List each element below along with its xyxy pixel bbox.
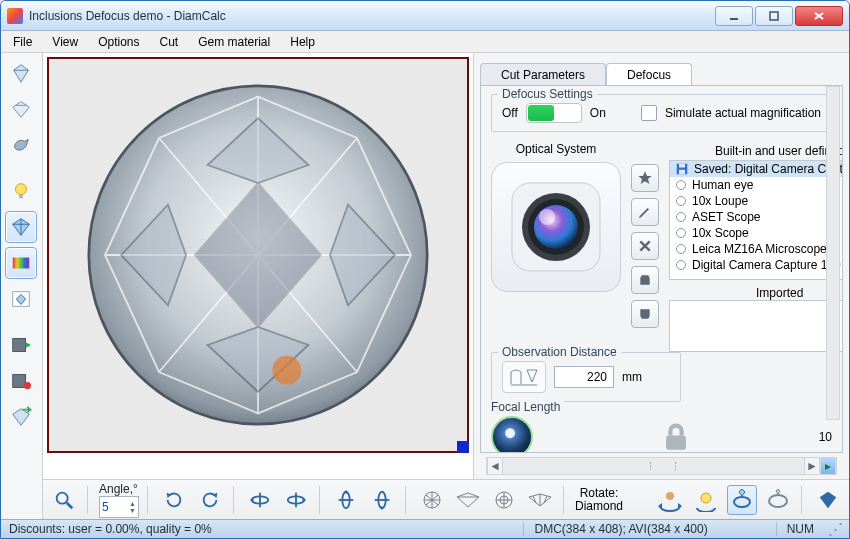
tool-diamond-photo[interactable] — [5, 283, 37, 315]
tool-diamond-export[interactable] — [5, 401, 37, 433]
svg-point-82 — [734, 497, 750, 507]
spinner-icon[interactable]: ▲▼ — [129, 500, 136, 514]
close-button[interactable] — [795, 6, 843, 26]
toolbar-separator — [563, 486, 567, 514]
scroll-alt-icon[interactable]: ▸ — [820, 458, 836, 474]
cut-pattern-4-button[interactable] — [525, 485, 555, 515]
tool-diamond-top[interactable] — [5, 57, 37, 89]
svg-marker-17 — [26, 342, 32, 348]
rotate-ccw-button[interactable] — [195, 485, 225, 515]
ring-rotate-button[interactable] — [727, 485, 757, 515]
menu-help[interactable]: Help — [282, 33, 323, 51]
import-button[interactable] — [631, 266, 659, 294]
svg-point-81 — [701, 493, 711, 503]
camera-preview — [491, 162, 621, 292]
tilt-left-button[interactable] — [245, 485, 275, 515]
angle-label: Angle,° — [99, 482, 138, 496]
resize-handle[interactable] — [457, 441, 469, 453]
on-label: On — [590, 106, 606, 120]
svg-rect-1 — [770, 12, 778, 20]
scroll-right-icon[interactable]: ► — [804, 458, 820, 474]
defocus-settings-label: Defocus Settings — [498, 87, 597, 101]
optical-system-label: Optical System — [516, 142, 597, 156]
list-item[interactable]: 10x Loupe — [670, 193, 843, 209]
menu-file[interactable]: File — [5, 33, 40, 51]
resize-grip-icon[interactable]: ⋰ — [828, 520, 841, 538]
minimize-button[interactable] — [715, 6, 753, 26]
list-item-label: Human eye — [692, 178, 753, 192]
panel-scrollbar[interactable] — [826, 86, 840, 420]
right-panel: Cut Parameters Defocus Defocus Settings … — [473, 53, 849, 479]
list-item[interactable]: 10x Scope — [670, 225, 843, 241]
tool-movie-record[interactable] — [5, 365, 37, 397]
list-item[interactable]: Saved: Digital Camera Capture 100 — [670, 161, 843, 177]
tab-defocus[interactable]: Defocus — [606, 63, 692, 86]
human-rotate-button[interactable] — [655, 485, 685, 515]
list-item[interactable]: Leica MZ16A Microscope — [670, 241, 843, 257]
edit-button[interactable] — [631, 198, 659, 226]
cut-pattern-1-button[interactable] — [417, 485, 447, 515]
menu-cut[interactable]: Cut — [152, 33, 187, 51]
tool-lightbulb[interactable] — [5, 175, 37, 207]
diamond-blue-button[interactable] — [813, 485, 843, 515]
tool-diamond-render[interactable] — [5, 211, 37, 243]
svg-point-38 — [539, 209, 555, 225]
optical-list-panel: Built-in and user defined Saved: Digital… — [669, 142, 843, 352]
defocus-settings-group: Defocus Settings Off On Simulate actual … — [491, 94, 832, 132]
rotate-cw-button[interactable] — [159, 485, 189, 515]
light-rotate-button[interactable] — [691, 485, 721, 515]
status-dimensions: DMC(384 x 408); AVI(384 x 400) — [523, 522, 707, 536]
tool-movie-play[interactable] — [5, 329, 37, 361]
svg-point-32 — [272, 356, 301, 385]
toolbar-separator — [5, 319, 38, 325]
list-item[interactable]: ASET Scope — [670, 209, 843, 225]
delete-button[interactable] — [631, 232, 659, 260]
simulate-magnification-checkbox[interactable] — [641, 105, 657, 121]
cut-pattern-3-button[interactable] — [489, 485, 519, 515]
maximize-button[interactable] — [755, 6, 793, 26]
rotate-label-line2: Diamond — [575, 500, 623, 513]
menu-options[interactable]: Options — [90, 33, 147, 51]
lens-icon — [491, 416, 533, 453]
tool-lighting[interactable] — [5, 129, 37, 161]
tilt-up-button[interactable] — [331, 485, 361, 515]
scroll-left-icon[interactable]: ◄ — [487, 458, 503, 474]
rotate-label: Rotate: Diamond — [575, 487, 623, 513]
export-button[interactable] — [631, 300, 659, 328]
menu-view[interactable]: View — [44, 33, 86, 51]
favorite-button[interactable] — [631, 164, 659, 192]
svg-marker-39 — [638, 171, 651, 184]
imported-list[interactable] — [669, 300, 843, 352]
diamond-viewer[interactable] — [47, 57, 469, 453]
ring-tilt-button[interactable] — [763, 485, 793, 515]
svg-marker-4 — [14, 65, 29, 82]
list-item[interactable]: Human eye — [670, 177, 843, 193]
tool-spectrum[interactable] — [5, 247, 37, 279]
tilt-down-button[interactable] — [367, 485, 397, 515]
simulate-magnification-label: Simulate actual magnification — [665, 106, 821, 120]
svg-rect-13 — [13, 258, 30, 269]
defocus-toggle[interactable] — [526, 103, 582, 123]
observation-distance-input[interactable]: 220 — [554, 366, 614, 388]
list-item-label: Saved: Digital Camera Capture 100 — [694, 162, 843, 176]
toolbar-separator — [147, 486, 151, 514]
panel-scrollbar-horizontal[interactable]: ◄ ► ▸ — [486, 457, 837, 475]
svg-marker-86 — [820, 491, 837, 508]
svg-rect-43 — [679, 164, 685, 168]
tilt-right-button[interactable] — [281, 485, 311, 515]
list-item[interactable]: Digital Camera Capture 100 — [670, 257, 843, 273]
optical-system-list[interactable]: Saved: Digital Camera Capture 100 Human … — [669, 160, 843, 280]
zoom-button[interactable] — [49, 485, 79, 515]
floppy-icon — [676, 163, 688, 175]
menu-gem-material[interactable]: Gem material — [190, 33, 278, 51]
app-window: Inclusions Defocus demo - DiamCalc File … — [0, 0, 850, 539]
cut-pattern-2-button[interactable] — [453, 485, 483, 515]
observation-distance-label: Observation Distance — [498, 345, 621, 359]
angle-input[interactable]: 5▲▼ — [99, 496, 139, 518]
tool-diamond-side[interactable] — [5, 93, 37, 125]
angle-value: 5 — [102, 500, 109, 514]
svg-marker-68 — [457, 493, 479, 507]
svg-rect-46 — [666, 436, 686, 450]
svg-point-78 — [666, 492, 674, 500]
tab-cut-parameters[interactable]: Cut Parameters — [480, 63, 606, 86]
